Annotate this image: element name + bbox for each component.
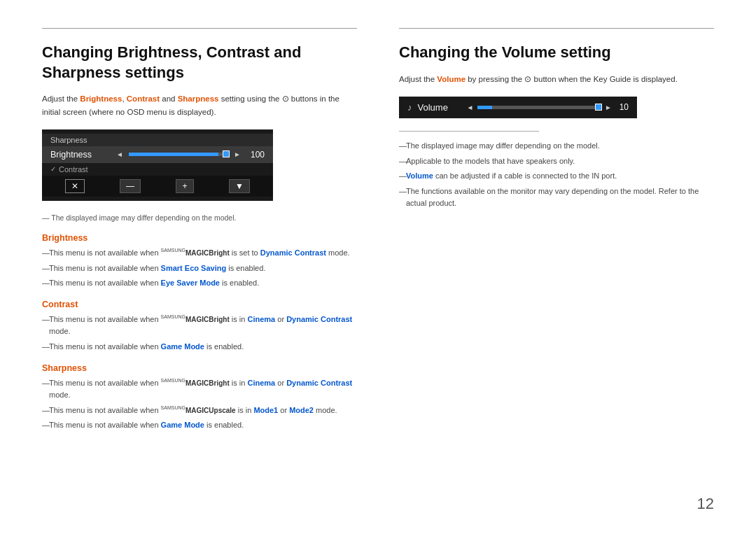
eye-saver-mode: Eye Saver Mode [161,279,220,287]
volume-arrow-right: ► [605,104,612,111]
osd-menu: Sharpness Brightness ◄ ► 100 ✓ Contrast … [42,129,273,201]
game-mode1: Game Mode [161,342,204,351]
osd-arrow-right: ► [234,150,241,158]
volume-slider-fill [477,106,492,109]
magic-bright3: MAGICBright [186,379,230,387]
osd-sharpness-label: Sharpness [50,136,88,144]
brand-super3: SAMSUNG [161,378,186,383]
brand-super4: SAMSUNG [161,405,186,410]
brand-super2: SAMSUNG [161,314,186,319]
left-title: Changing Brightness, Contrast and Sharpn… [42,43,357,83]
intro-brightness: Brightness [80,94,122,103]
dynamic-contrast1: Dynamic Contrast [260,248,326,257]
osd-btn-down[interactable]: ▼ [229,179,250,193]
sharpness-note2: This menu is not available when SAMSUNGM… [42,405,357,417]
left-section: Changing Brightness, Contrast and Sharpn… [42,28,357,435]
right-note2: Applicable to the models that have speak… [399,155,714,168]
mode2: Mode2 [289,406,314,414]
sharpness-heading: Sharpness [42,363,357,373]
intro-sharpness: Sharpness [178,94,219,103]
right-title: Changing the Volume setting [399,43,714,63]
osd-btn-plus[interactable]: + [176,179,194,193]
contrast-chevron: ✓ [50,165,56,173]
right-note4: The functions available on the monitor m… [399,185,714,210]
osd-brightness-value: 100 [244,150,265,160]
volume-highlight: Volume [406,171,433,180]
osd-brightness-label: Brightness [50,150,113,160]
right-note3: Volume can be adjusted if a cable is con… [399,170,714,183]
osd-slider-track [129,153,228,156]
sharpness-note1: This menu is not available when SAMSUNGM… [42,377,357,402]
page-number: 12 [697,495,714,513]
volume-osd: ♪ Volume ◄ ► 10 [399,97,637,118]
cinema2: Cinema [247,379,275,387]
game-mode2: Game Mode [161,421,204,429]
right-note1: The displayed image may differ depending… [399,140,714,153]
osd-brightness-row: Brightness ◄ ► 100 [42,146,273,163]
smart-eco-saving: Smart Eco Saving [161,264,227,272]
osd-btn-x[interactable]: ✕ [65,179,85,193]
magic-upscale: MAGICUpscale [186,407,236,414]
divider [399,131,539,132]
osd-bottom-bar: ✕ — + ▼ [42,176,273,197]
sharpness-note3: This menu is not available when Game Mod… [42,419,357,432]
left-intro: Adjust the Brightness, Contrast and Shar… [42,92,357,118]
volume-arrow-left: ◄ [467,104,474,111]
brightness-note1: This menu is not available when SAMSUNGM… [42,247,357,260]
magic-bright1: MAGICBright [186,249,230,257]
mode1: Mode1 [253,406,278,414]
contrast-heading: Contrast [42,300,357,309]
left-note: — The displayed image may differ dependi… [42,213,357,222]
brand-super1: SAMSUNG [161,248,186,253]
contrast-note1: This menu is not available when SAMSUNGM… [42,314,357,338]
osd-contrast-row: ✓ Contrast [42,163,273,176]
osd-slider-thumb [223,150,230,157]
volume-icon: ♪ [407,102,412,113]
volume-slider-track [477,106,601,109]
contrast-note2: This menu is not available when Game Mod… [42,341,357,353]
osd-btn-minus[interactable]: — [120,179,141,193]
osd-slider-fill [129,153,218,156]
intro-volume: Volume [437,75,465,83]
volume-label: Volume [418,102,467,113]
osd-contrast-label: Contrast [59,165,88,174]
dynamic-contrast3: Dynamic Contrast [286,379,352,387]
right-section: Changing the Volume setting Adjust the V… [399,28,714,435]
volume-value: 10 [612,102,629,112]
volume-row: ♪ Volume ◄ ► 10 [399,97,637,118]
brightness-note3: This menu is not available when Eye Save… [42,277,357,290]
right-intro: Adjust the Volume by pressing the ⊙ butt… [399,73,714,85]
cinema1: Cinema [247,315,275,323]
dynamic-contrast2: Dynamic Contrast [286,315,352,323]
osd-arrow-left: ◄ [116,150,123,158]
brightness-heading: Brightness [42,233,357,243]
intro-contrast: Contrast [127,94,160,103]
page-container: Changing Brightness, Contrast and Sharpn… [0,0,756,477]
magic-bright2: MAGICBright [186,316,230,323]
osd-sharpness-row: Sharpness [42,134,273,146]
brightness-note2: This menu is not available when Smart Ec… [42,262,357,275]
volume-slider-thumb [595,104,602,111]
